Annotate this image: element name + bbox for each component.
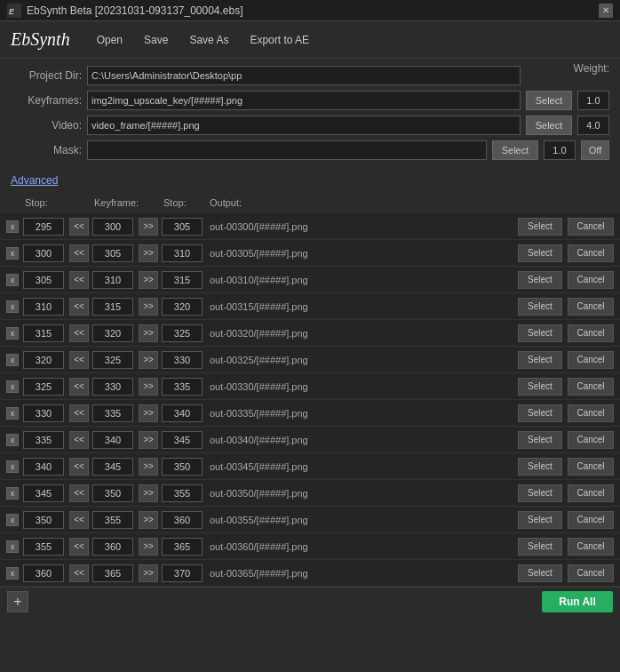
prev-button[interactable]: <<	[69, 271, 89, 289]
stop1-input[interactable]	[23, 244, 64, 262]
output-select-button[interactable]: Select	[518, 564, 562, 582]
keyframe-input[interactable]	[92, 244, 133, 262]
stop1-input[interactable]	[23, 431, 64, 449]
output-select-button[interactable]: Select	[518, 378, 562, 396]
keyframe-input[interactable]	[92, 431, 133, 449]
stop2-input[interactable]	[162, 218, 203, 236]
remove-row-button[interactable]: x	[6, 567, 19, 580]
prev-button[interactable]: <<	[69, 511, 89, 529]
stop2-input[interactable]	[162, 351, 203, 369]
prev-button[interactable]: <<	[69, 378, 89, 396]
next-button[interactable]: >>	[139, 244, 158, 262]
video-weight-input[interactable]	[577, 116, 609, 135]
prev-button[interactable]: <<	[69, 298, 89, 316]
prev-button[interactable]: <<	[69, 564, 89, 582]
cancel-button[interactable]: Cancel	[568, 298, 614, 316]
mask-off-button[interactable]: Off	[581, 140, 609, 160]
next-button[interactable]: >>	[139, 564, 158, 582]
output-select-button[interactable]: Select	[518, 244, 562, 262]
prev-button[interactable]: <<	[69, 431, 89, 449]
menu-export-ae[interactable]: Export to AE	[246, 32, 313, 48]
cancel-button[interactable]: Cancel	[568, 324, 614, 342]
output-select-button[interactable]: Select	[518, 324, 562, 342]
prev-button[interactable]: <<	[69, 484, 89, 502]
cancel-button[interactable]: Cancel	[568, 431, 614, 449]
keyframe-input[interactable]	[92, 298, 133, 316]
keyframe-input[interactable]	[92, 484, 133, 502]
stop2-input[interactable]	[162, 244, 203, 262]
stop1-input[interactable]	[23, 298, 64, 316]
cancel-button[interactable]: Cancel	[568, 244, 614, 262]
next-button[interactable]: >>	[139, 378, 158, 396]
prev-button[interactable]: <<	[69, 538, 89, 556]
stop2-input[interactable]	[162, 431, 203, 449]
keyframe-input[interactable]	[92, 271, 133, 289]
cancel-button[interactable]: Cancel	[568, 564, 614, 582]
cancel-button[interactable]: Cancel	[568, 378, 614, 396]
next-button[interactable]: >>	[139, 351, 158, 369]
cancel-button[interactable]: Cancel	[568, 538, 614, 556]
remove-row-button[interactable]: x	[6, 300, 19, 313]
output-select-button[interactable]: Select	[518, 298, 562, 316]
video-select-button[interactable]: Select	[526, 116, 572, 135]
keyframe-input[interactable]	[92, 351, 133, 369]
stop2-input[interactable]	[162, 511, 203, 529]
output-select-button[interactable]: Select	[518, 484, 562, 502]
menu-save-as[interactable]: Save As	[186, 32, 232, 48]
output-select-button[interactable]: Select	[518, 538, 562, 556]
stop2-input[interactable]	[162, 271, 203, 289]
next-button[interactable]: >>	[139, 458, 158, 476]
remove-row-button[interactable]: x	[6, 407, 19, 420]
remove-row-button[interactable]: x	[6, 354, 19, 366]
keyframe-input[interactable]	[92, 218, 133, 236]
run-all-button[interactable]: Run All	[542, 591, 613, 612]
cancel-button[interactable]: Cancel	[568, 271, 614, 289]
output-select-button[interactable]: Select	[518, 404, 562, 422]
output-select-button[interactable]: Select	[518, 511, 562, 529]
output-select-button[interactable]: Select	[518, 271, 562, 289]
keyframe-input[interactable]	[92, 378, 133, 396]
prev-button[interactable]: <<	[69, 458, 89, 476]
stop1-input[interactable]	[23, 484, 64, 502]
project-dir-input[interactable]	[87, 66, 521, 85]
stop1-input[interactable]	[23, 538, 64, 556]
prev-button[interactable]: <<	[69, 351, 89, 369]
next-button[interactable]: >>	[139, 538, 158, 556]
cancel-button[interactable]: Cancel	[568, 351, 614, 369]
output-select-button[interactable]: Select	[518, 431, 562, 449]
prev-button[interactable]: <<	[69, 404, 89, 422]
remove-row-button[interactable]: x	[6, 434, 19, 446]
next-button[interactable]: >>	[139, 218, 158, 236]
remove-row-button[interactable]: x	[6, 380, 19, 393]
keyframes-weight-input[interactable]	[577, 91, 609, 110]
cancel-button[interactable]: Cancel	[568, 511, 614, 529]
keyframe-input[interactable]	[92, 458, 133, 476]
next-button[interactable]: >>	[139, 404, 158, 422]
cancel-button[interactable]: Cancel	[568, 484, 614, 502]
remove-row-button[interactable]: x	[6, 220, 19, 233]
mask-input[interactable]	[87, 140, 487, 160]
keyframe-input[interactable]	[92, 511, 133, 529]
menu-open[interactable]: Open	[93, 32, 126, 48]
remove-row-button[interactable]: x	[6, 514, 19, 526]
stop1-input[interactable]	[23, 564, 64, 582]
prev-button[interactable]: <<	[69, 324, 89, 342]
output-select-button[interactable]: Select	[518, 458, 562, 476]
stop2-input[interactable]	[162, 324, 203, 342]
keyframe-input[interactable]	[92, 404, 133, 422]
stop2-input[interactable]	[162, 458, 203, 476]
mask-weight-input[interactable]	[544, 140, 576, 160]
remove-row-button[interactable]: x	[6, 487, 19, 500]
video-input[interactable]	[87, 116, 521, 135]
next-button[interactable]: >>	[139, 298, 158, 316]
stop2-input[interactable]	[162, 378, 203, 396]
keyframe-input[interactable]	[92, 564, 133, 582]
stop1-input[interactable]	[23, 324, 64, 342]
stop2-input[interactable]	[162, 564, 203, 582]
cancel-button[interactable]: Cancel	[568, 404, 614, 422]
cancel-button[interactable]: Cancel	[568, 458, 614, 476]
stop1-input[interactable]	[23, 351, 64, 369]
keyframes-select-button[interactable]: Select	[526, 91, 572, 110]
stop1-input[interactable]	[23, 271, 64, 289]
next-button[interactable]: >>	[139, 271, 158, 289]
